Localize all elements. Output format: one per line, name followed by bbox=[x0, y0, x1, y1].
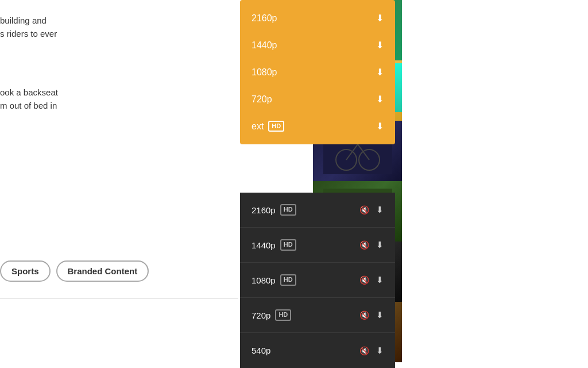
hd-badge-dark-1080p: HD bbox=[280, 274, 296, 285]
download-icon-720p-dark[interactable]: ⬇ bbox=[376, 310, 384, 320]
dark-label-1440p: 1440p bbox=[252, 240, 276, 250]
dark-item-right-1440p: 🔇 ⬇ bbox=[359, 240, 384, 250]
dark-item-left-1080p: 1080p HD bbox=[252, 274, 296, 285]
download-icon-720p-orange[interactable]: ⬇ bbox=[376, 94, 384, 105]
quality-1440p-orange[interactable]: 1440p ⬇ bbox=[240, 32, 395, 59]
dark-label-540p: 540p bbox=[252, 346, 270, 355]
download-icon-540p-dark[interactable]: ⬇ bbox=[376, 346, 384, 356]
quality-720p-dark[interactable]: 720p HD 🔇 ⬇ bbox=[240, 298, 395, 333]
dark-label-720p: 720p bbox=[252, 310, 270, 320]
download-icon-1440p-dark[interactable]: ⬇ bbox=[376, 240, 384, 250]
mute-icon-1080p[interactable]: 🔇 bbox=[359, 275, 369, 285]
dark-label-2160p: 2160p bbox=[252, 205, 276, 215]
dark-item-left-1440p: 1440p HD bbox=[252, 239, 296, 250]
hd-badge-dark-720p: HD bbox=[275, 309, 291, 320]
quality-label-1080p: 1080p bbox=[252, 67, 277, 78]
quality-label-1440p: 1440p bbox=[252, 40, 277, 51]
quality-720p-orange[interactable]: 720p ⬇ bbox=[240, 86, 395, 113]
quality-2160p-dark[interactable]: 2160p HD 🔇 ⬇ bbox=[240, 193, 395, 228]
quality-label-720p: 720p bbox=[252, 94, 272, 105]
mute-icon-720p[interactable]: 🔇 bbox=[359, 310, 369, 320]
desc-text-2a: ook a backseat bbox=[0, 86, 227, 99]
sports-tag[interactable]: Sports bbox=[0, 260, 51, 282]
quality-2160p-orange[interactable]: 2160p ⬇ bbox=[240, 5, 395, 32]
download-icon-2160p-dark[interactable]: ⬇ bbox=[376, 205, 384, 215]
quality-ext-orange[interactable]: ext HD ⬇ bbox=[240, 113, 395, 140]
dark-item-right-720p: 🔇 ⬇ bbox=[359, 310, 384, 320]
branded-content-tag[interactable]: Branded Content bbox=[56, 260, 149, 282]
dark-item-right-540p: 🔇 ⬇ bbox=[359, 346, 384, 356]
download-icon-1080p-orange[interactable]: ⬇ bbox=[376, 67, 384, 78]
mute-icon-2160p[interactable]: 🔇 bbox=[359, 205, 369, 214]
hd-badge-ext: HD bbox=[268, 121, 284, 132]
download-icon-1080p-dark[interactable]: ⬇ bbox=[376, 275, 384, 285]
dark-item-left-540p: 540p bbox=[252, 346, 270, 355]
dark-label-1080p: 1080p bbox=[252, 275, 276, 285]
quality-label-ext: ext HD bbox=[252, 121, 284, 132]
desc-text-1a: building and bbox=[0, 14, 227, 28]
dark-item-left-720p: 720p HD bbox=[252, 309, 291, 320]
quality-1080p-orange[interactable]: 1080p ⬇ bbox=[240, 59, 395, 86]
dark-item-left-2160p: 2160p HD bbox=[252, 204, 296, 215]
download-icon-1440p-orange[interactable]: ⬇ bbox=[376, 40, 384, 51]
mute-icon-540p[interactable]: 🔇 bbox=[359, 346, 369, 355]
dark-quality-dropdown[interactable]: 2160p HD 🔇 ⬇ 1440p HD 🔇 ⬇ 1080p HD 🔇 ⬇ 7… bbox=[240, 193, 395, 368]
video-list-panel: Eliot Jackson: Dr... Scott Secco GIFs (s… bbox=[402, 0, 588, 368]
quality-1080p-dark[interactable]: 1080p HD 🔇 ⬇ bbox=[240, 263, 395, 298]
hd-badge-dark-2160p: HD bbox=[280, 204, 296, 215]
description-block-2: ook a backseat m out of bed in bbox=[0, 86, 227, 112]
download-icon-ext-orange[interactable]: ⬇ bbox=[376, 121, 384, 132]
quality-label-2160p: 2160p bbox=[252, 13, 277, 24]
dark-item-right-1080p: 🔇 ⬇ bbox=[359, 275, 384, 285]
orange-quality-dropdown[interactable]: 2160p ⬇ 1440p ⬇ 1080p ⬇ 720p ⬇ ext HD ⬇ bbox=[240, 0, 395, 144]
desc-text-1b: s riders to ever bbox=[0, 28, 227, 41]
quality-540p-dark[interactable]: 540p 🔇 ⬇ bbox=[240, 333, 395, 368]
left-panel: building and s riders to ever ook a back… bbox=[0, 0, 238, 368]
desc-text-2b: m out of bed in bbox=[0, 99, 227, 113]
mute-icon-1440p[interactable]: 🔇 bbox=[359, 240, 369, 250]
description-block-1: building and s riders to ever bbox=[0, 12, 227, 40]
download-icon-2160p-orange[interactable]: ⬇ bbox=[376, 13, 384, 24]
tags-section: Sports Branded Content bbox=[0, 255, 149, 288]
quality-1440p-dark[interactable]: 1440p HD 🔇 ⬇ bbox=[240, 228, 395, 263]
hd-badge-dark-1440p: HD bbox=[280, 239, 296, 250]
divider bbox=[0, 298, 238, 299]
dark-item-right-2160p: 🔇 ⬇ bbox=[359, 205, 384, 215]
